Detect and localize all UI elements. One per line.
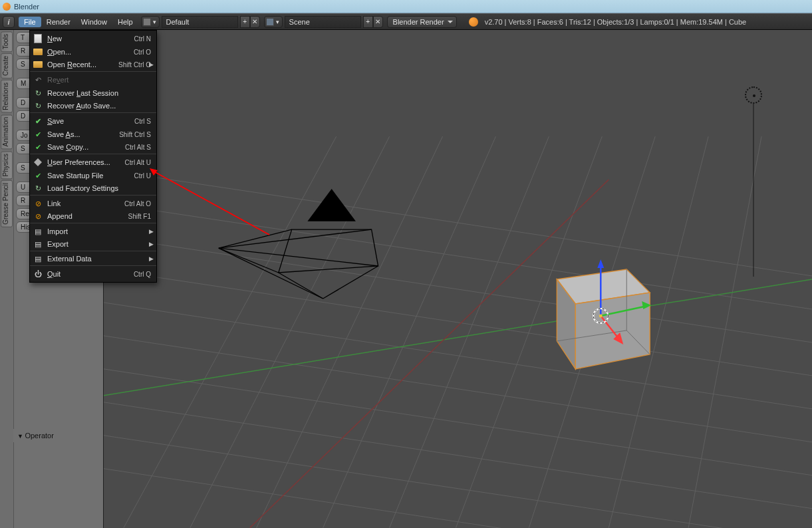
save2-icon: ✔ <box>35 130 41 139</box>
menu-item-import[interactable]: ▤Import▶ <box>30 225 156 238</box>
menu-shortcut: Shift Ctrl O <box>118 61 151 68</box>
power-icon: ⏻ <box>35 270 42 278</box>
tab-physics[interactable]: Physics <box>1 151 13 179</box>
blender-logo-icon <box>3 3 11 11</box>
svg-rect-0 <box>104 30 812 527</box>
menu-item-load-factory-settings[interactable]: ↻Load Factory Settings <box>30 182 156 196</box>
menu-help[interactable]: Help <box>112 17 138 27</box>
menu-item-open[interactable]: Open...Ctrl O <box>30 45 156 59</box>
menu-item-save-as[interactable]: ✔Save As...Shift Ctrl S <box>30 128 156 141</box>
ext-icon: ▤ <box>35 255 41 263</box>
menu-item-label: Append <box>47 212 128 220</box>
render-engine-dropdown[interactable]: Blender Render <box>387 16 457 28</box>
link-icon: ⊘ <box>35 199 41 208</box>
tab-tools[interactable]: Tools <box>1 31 13 52</box>
recover-icon: ↻ <box>35 184 41 193</box>
scene-browse[interactable]: ▾ <box>264 16 283 28</box>
menu-item-save-startup-file[interactable]: ✔Save Startup FileCtrl U <box>30 169 156 182</box>
menu-shortcut: Ctrl Q <box>134 271 151 278</box>
save-icon: ✔ <box>35 117 41 126</box>
menu-shortcut: Ctrl Alt O <box>124 200 151 207</box>
menu-shortcut: Ctrl O <box>134 49 151 56</box>
pref-icon <box>34 158 42 166</box>
revert-icon: ↶ <box>35 76 41 84</box>
info-editor-icon[interactable]: i <box>3 16 15 28</box>
tab-animation[interactable]: Animation <box>1 114 13 149</box>
submenu-arrow-icon: ▶ <box>149 228 154 235</box>
menu-item-revert: ↶Revert <box>30 73 156 86</box>
menu-item-label: Save Startup File <box>47 172 134 180</box>
submenu-arrow-icon: ▶ <box>149 241 154 247</box>
menu-item-label: Recover Last Session <box>47 89 151 97</box>
tab-create[interactable]: Create <box>1 53 13 78</box>
link-icon: ⊘ <box>35 212 41 221</box>
operator-panel[interactable]: Operator <box>13 429 103 442</box>
svg-point-45 <box>599 314 603 317</box>
viewport-canvas <box>104 30 812 528</box>
submenu-arrow-icon: ▶ <box>149 255 154 262</box>
toolshelf-tabs: Tools Create Relations Animation Physics… <box>0 30 13 528</box>
menu-item-link[interactable]: ⊘LinkCtrl Alt O <box>30 197 156 210</box>
scene-name[interactable]: Scene <box>285 16 361 28</box>
menu-item-label: Save As... <box>47 130 119 138</box>
open-icon <box>33 49 43 55</box>
screen-layout-name[interactable]: Default <box>162 16 238 28</box>
menu-item-open-recent[interactable]: Open Recent...Shift Ctrl O▶ <box>30 59 156 72</box>
menu-item-label: Quit <box>47 270 134 278</box>
screen-layout-add-delete[interactable]: +✕ <box>240 16 260 28</box>
ext-icon: ▤ <box>35 227 41 236</box>
window-title-bar: Blender <box>0 0 812 13</box>
recover-icon: ↻ <box>35 102 41 110</box>
tab-grease-pencil[interactable]: Grease Pencil <box>1 180 13 227</box>
menu-item-save[interactable]: ✔SaveCtrl S <box>30 114 156 128</box>
3d-viewport[interactable] <box>103 30 812 528</box>
menu-shortcut: Ctrl Alt U <box>125 159 151 166</box>
menu-shortcut: Ctrl N <box>134 35 151 43</box>
lamp-object[interactable] <box>745 86 762 104</box>
menu-shortcut: Shift Ctrl S <box>119 131 151 138</box>
new-icon <box>34 34 42 43</box>
ext-icon: ▤ <box>35 240 41 249</box>
file-menu-dropdown: NewCtrl NOpen...Ctrl OOpen Recent...Shif… <box>29 30 157 283</box>
menu-shortcut: Ctrl S <box>134 118 151 125</box>
menu-shortcut: Ctrl Alt S <box>125 144 151 151</box>
menu-item-label: Open... <box>47 48 134 56</box>
menu-item-new[interactable]: NewCtrl N <box>30 32 156 45</box>
menu-item-label: External Data <box>47 255 151 263</box>
menu-item-append[interactable]: ⊘AppendShift F1 <box>30 210 156 223</box>
blender-icon <box>469 17 478 27</box>
menu-item-export[interactable]: ▤Export▶ <box>30 238 156 251</box>
scene-stats: v2.70 | Verts:8 | Faces:6 | Tris:12 | Ob… <box>485 18 747 26</box>
menu-item-quit[interactable]: ⏻QuitCtrl Q <box>30 267 156 281</box>
menu-item-user-preferences[interactable]: User Preferences...Ctrl Alt U <box>30 156 156 169</box>
scene-add-delete[interactable]: +✕ <box>363 16 383 28</box>
window-title: Blender <box>14 3 39 11</box>
save2-icon: ✔ <box>35 143 41 152</box>
info-header: i File Render Window Help ▾ Default +✕ ▾… <box>0 13 812 30</box>
menu-window[interactable]: Window <box>76 17 112 27</box>
menu-item-label: Recover Auto Save... <box>47 102 151 110</box>
menu-item-label: Link <box>47 199 124 207</box>
menu-render[interactable]: Render <box>41 17 76 27</box>
screen-layout-browse[interactable]: ▾ <box>141 16 160 28</box>
recover-icon: ↻ <box>35 89 41 98</box>
menu-item-label: Import <box>47 227 151 235</box>
menu-item-recover-last-session[interactable]: ↻Recover Last Session <box>30 86 156 100</box>
save2-icon: ✔ <box>35 172 41 180</box>
recent-icon <box>33 61 43 68</box>
menu-item-recover-auto-save[interactable]: ↻Recover Auto Save... <box>30 100 156 113</box>
menu-item-label: Revert <box>47 76 151 84</box>
menu-item-label: Save Copy... <box>47 143 125 151</box>
tab-relations[interactable]: Relations <box>1 80 13 113</box>
menu-item-label: Export <box>47 240 151 248</box>
menu-shortcut: Ctrl U <box>134 172 151 180</box>
menu-item-save-copy[interactable]: ✔Save Copy...Ctrl Alt S <box>30 141 156 154</box>
menu-item-label: Load Factory Settings <box>47 184 151 192</box>
menu-item-label: Save <box>47 117 134 125</box>
menu-item-label: New <box>47 35 134 43</box>
menu-item-external-data[interactable]: ▤External Data▶ <box>30 253 156 266</box>
submenu-arrow-icon: ▶ <box>149 61 154 68</box>
menu-file[interactable]: File <box>19 17 41 27</box>
menu-item-label: User Preferences... <box>47 158 125 166</box>
menu-shortcut: Shift F1 <box>128 213 151 220</box>
